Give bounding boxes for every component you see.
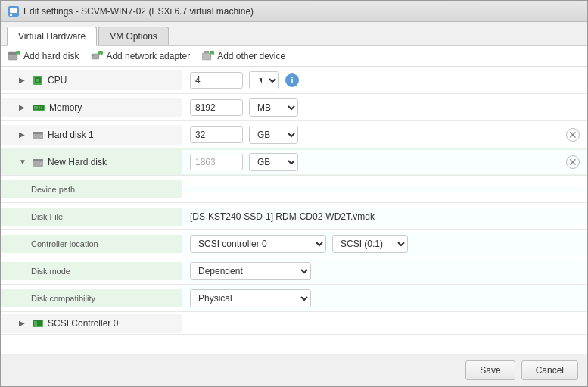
toolbar: + Add hard disk + Add network adapter + … — [1, 46, 587, 67]
svg-text:+: + — [100, 51, 102, 56]
device-path-content — [182, 186, 587, 192]
svg-point-8 — [92, 55, 94, 56]
hard-disk-1-unit-select[interactable]: GB MB — [249, 126, 298, 144]
disk-mode-label: Disk mode — [31, 267, 70, 276]
hard-disk-1-remove-button[interactable]: ✕ — [566, 128, 580, 142]
svg-rect-32 — [34, 321, 37, 326]
hard-disk-1-value-input[interactable] — [190, 126, 243, 143]
scsi-controller-label-cell: ▶ SCSI Controller 0 — [1, 314, 182, 333]
svg-rect-2 — [10, 14, 12, 16]
scsi-expand-arrow[interactable]: ▶ — [19, 319, 28, 327]
svg-rect-17 — [36, 79, 39, 82]
memory-label-cell: ▶ Memory — [1, 98, 182, 117]
disk-mode-row: Disk mode Dependent Independent - Persis… — [1, 257, 587, 285]
svg-point-26 — [39, 135, 42, 138]
svg-rect-12 — [204, 51, 209, 53]
hard-disk-1-label: Hard disk 1 — [48, 130, 94, 140]
main-window: Edit settings - SCVM-WIN7-02 (ESXi 6.7 v… — [0, 0, 588, 387]
svg-rect-28 — [33, 159, 43, 161]
svg-rect-21 — [36, 106, 38, 109]
title-bar: Edit settings - SCVM-WIN7-02 (ESXi 6.7 v… — [1, 1, 587, 22]
cpu-value-input[interactable] — [190, 72, 243, 89]
hard-disk-1-content: GB MB ✕ — [182, 123, 587, 147]
svg-rect-22 — [39, 106, 40, 109]
add-device-icon: + — [202, 51, 214, 61]
svg-text:+: + — [17, 51, 20, 56]
footer: Save Cancel — [1, 354, 587, 386]
disk-mode-content: Dependent Independent - Persistent Indep… — [182, 259, 587, 283]
cpu-row: ▶ CPU ▼ i — [1, 67, 587, 94]
disk-mode-label-cell: Disk mode — [1, 262, 182, 280]
device-path-row: Device path — [1, 176, 587, 203]
add-network-button[interactable]: + Add network adapter — [91, 51, 190, 61]
disk-compatibility-label: Disk compatibility — [31, 294, 95, 303]
scsi-icon — [33, 320, 43, 327]
controller-location-row: Controller location SCSI controller 0 SC… — [1, 230, 587, 257]
tab-virtual-hardware[interactable]: Virtual Hardware — [7, 27, 97, 46]
new-hard-disk-remove-button[interactable]: ✕ — [566, 155, 580, 169]
scsi-location-select[interactable]: SCSI (0:1) SCSI (0:2) — [332, 235, 408, 253]
cpu-label-cell: ▶ CPU — [1, 70, 182, 90]
hardware-list: ▶ CPU ▼ i ▶ — [1, 67, 587, 354]
add-device-label: Add other device — [217, 51, 285, 61]
tab-bar: Virtual Hardware VM Options — [1, 22, 587, 46]
add-hard-disk-button[interactable]: + Add hard disk — [8, 51, 79, 61]
memory-unit-select[interactable]: MB GB — [249, 98, 298, 117]
svg-rect-1 — [10, 8, 17, 13]
save-button[interactable]: Save — [465, 360, 515, 380]
disk-compatibility-row: Disk compatibility Physical Virtual — [1, 285, 587, 312]
hard-disk-1-row: ▶ Hard disk 1 GB MB ✕ — [1, 121, 587, 148]
controller-location-label-cell: Controller location — [1, 235, 182, 253]
hard-disk-1-expand-arrow[interactable]: ▶ — [19, 130, 28, 139]
disk-icon — [33, 130, 43, 139]
disk-file-row: Disk File [DS-KST240-SSD-1] RDM-CD02-WD2… — [1, 203, 587, 230]
svg-point-29 — [39, 162, 42, 165]
disk-compatibility-select[interactable]: Physical Virtual — [190, 289, 311, 307]
svg-rect-20 — [34, 106, 36, 109]
controller-location-label: Controller location — [31, 239, 98, 248]
scsi-controller-row: ▶ SCSI Controller 0 — [1, 312, 587, 335]
device-path-label-cell: Device path — [1, 180, 182, 198]
tab-vm-options[interactable]: VM Options — [98, 27, 169, 45]
cpu-info-icon[interactable]: i — [285, 73, 299, 87]
svg-rect-7 — [92, 54, 99, 59]
memory-value-input[interactable] — [190, 99, 243, 116]
memory-label: Memory — [49, 102, 82, 113]
disk-file-content: [DS-KST240-SSD-1] RDM-CD02-WD2T.vmdk — [182, 208, 587, 225]
controller-location-content: SCSI controller 0 SCSI controller 1 SCSI… — [182, 232, 587, 256]
scsi-controller-label: SCSI Controller 0 — [48, 318, 118, 329]
cpu-unit-select[interactable]: ▼ — [249, 71, 279, 89]
new-hard-disk-row: ▼ New Hard disk GB MB ✕ — [1, 148, 587, 176]
scsi-controller-content — [182, 320, 587, 326]
disk-mode-select[interactable]: Dependent Independent - Persistent Indep… — [190, 262, 311, 280]
new-disk-icon — [33, 158, 43, 167]
window-icon — [8, 6, 19, 17]
memory-expand-arrow[interactable]: ▶ — [19, 103, 28, 111]
memory-icon — [33, 103, 45, 112]
disk-compatibility-content: Physical Virtual — [182, 286, 587, 311]
svg-text:+: + — [211, 51, 213, 56]
cpu-expand-arrow[interactable]: ▶ — [19, 76, 28, 84]
new-hard-disk-expand-arrow[interactable]: ▼ — [19, 158, 28, 166]
svg-rect-11 — [202, 53, 211, 60]
svg-rect-25 — [33, 132, 43, 134]
add-network-label: Add network adapter — [106, 51, 190, 61]
disk-file-label-cell: Disk File — [1, 208, 182, 226]
svg-rect-23 — [41, 106, 42, 109]
new-hard-disk-unit-select[interactable]: GB MB — [249, 153, 298, 171]
cancel-button[interactable]: Cancel — [521, 360, 578, 380]
memory-content: MB GB — [182, 95, 587, 120]
new-hard-disk-label-cell: ▼ New Hard disk — [1, 152, 182, 172]
new-hard-disk-label: New Hard disk — [48, 157, 107, 167]
add-disk-icon: + — [8, 51, 20, 61]
cpu-icon — [33, 75, 43, 86]
device-path-label: Device path — [31, 185, 75, 194]
controller-select[interactable]: SCSI controller 0 SCSI controller 1 — [190, 235, 326, 253]
cpu-label: CPU — [48, 75, 67, 86]
add-network-icon: + — [91, 51, 103, 61]
disk-file-value: [DS-KST240-SSD-1] RDM-CD02-WD2T.vmdk — [190, 211, 375, 222]
new-hard-disk-value-input[interactable] — [190, 154, 243, 170]
add-other-device-button[interactable]: + Add other device — [202, 51, 285, 61]
new-hard-disk-content: GB MB ✕ — [182, 150, 587, 174]
memory-row: ▶ Memory MB GB — [1, 94, 587, 121]
